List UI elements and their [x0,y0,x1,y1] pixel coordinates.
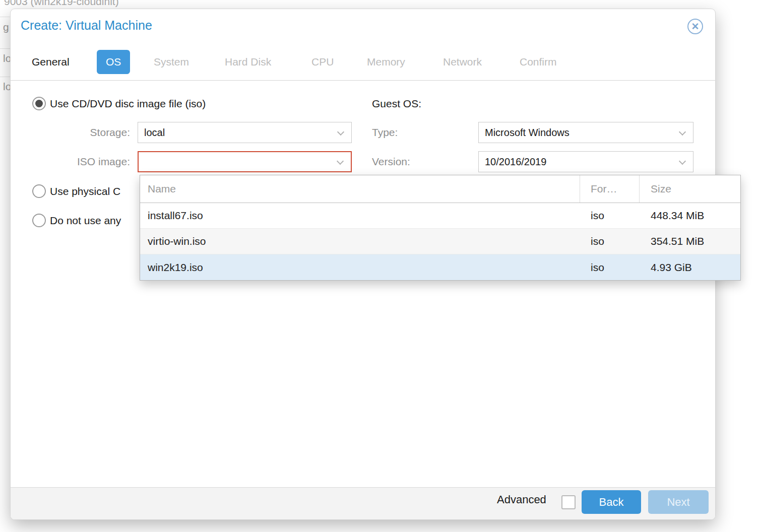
radio-use-iso-label: Use CD/DVD disc image file (iso) [50,98,206,110]
close-icon[interactable]: ✕ [687,19,703,34]
iso-dropdown-panel: Name For… Size install67.iso iso 448.34 … [140,175,741,281]
tab-cpu: CPU [311,51,334,73]
tab-system: System [154,51,189,73]
screen: 9003 (win2k19-cloudinit) g lo lo Create:… [0,0,759,532]
iso-image-combobox[interactable] [138,151,352,172]
iso-dropdown-body: install67.iso iso 448.34 MiB virtio-win.… [140,203,740,280]
guest-version-value: 10/2016/2019 [485,156,546,167]
close-x-glyph: ✕ [691,22,700,31]
guest-type-value: Microsoft Windows [485,127,570,138]
guest-type-combobox[interactable]: Microsoft Windows [478,122,693,143]
dialog-footer: Advanced Back Next [11,487,715,519]
tab-network: Network [443,51,482,73]
tab-os[interactable]: OS [97,50,130,74]
chevron-down-icon [337,128,344,136]
type-label: Type: [372,126,432,139]
iso-format: iso [580,261,640,274]
iso-format: iso [580,235,640,247]
iso-size: 354.51 MiB [640,235,740,247]
chevron-down-icon [679,158,686,165]
column-header-format[interactable]: For… [580,175,640,203]
tab-memory: Memory [367,51,405,73]
column-header-size[interactable]: Size [640,175,740,203]
iso-row-virtio-win[interactable]: virtio-win.iso iso 354.51 MiB [140,229,740,254]
iso-name: install67.iso [140,210,580,222]
iso-name: win2k19.iso [140,261,580,274]
guest-version-combobox[interactable]: 10/2016/2019 [478,151,693,172]
iso-dropdown-header: Name For… Size [140,175,740,203]
chevron-down-icon [679,128,686,136]
radio-use-physical-label: Use physical C [50,185,120,197]
iso-format: iso [580,210,640,222]
iso-row-install67[interactable]: install67.iso iso 448.34 MiB [140,203,740,229]
tab-hard-disk: Hard Disk [225,51,271,73]
advanced-label: Advanced [497,493,546,506]
dialog-title: Create: Virtual Machine [21,18,152,33]
storage-value: local [144,127,165,138]
iso-size: 448.34 MiB [640,210,740,222]
radio-unselected-icon [32,214,46,227]
iso-image-label: ISO image: [21,156,130,168]
storage-label: Storage: [21,126,130,139]
radio-use-physical[interactable]: Use physical C [32,184,120,198]
radio-dot [35,100,43,107]
iso-row-win2k19[interactable]: win2k19.iso iso 4.93 GiB [140,254,740,280]
radio-unselected-icon [32,184,46,198]
advanced-checkbox[interactable] [561,495,576,509]
guest-os-heading: Guest OS: [372,98,421,110]
tab-confirm: Confirm [520,51,557,73]
tabbar-divider [11,80,715,81]
radio-no-media-label: Do not use any [50,215,121,227]
chevron-down-icon [337,158,344,165]
column-header-name[interactable]: Name [140,175,580,203]
radio-no-media[interactable]: Do not use any [32,214,121,227]
radio-use-iso[interactable]: Use CD/DVD disc image file (iso) [32,97,206,110]
storage-combobox[interactable]: local [138,122,352,143]
next-button[interactable]: Next [648,490,709,514]
iso-name: virtio-win.iso [140,235,580,247]
iso-size: 4.93 GiB [640,261,740,274]
background-fragment: g [3,21,9,33]
background-tree-item: 9003 (win2k19-cloudinit) [4,0,119,8]
version-label: Version: [372,156,432,168]
radio-selected-icon [32,97,46,110]
back-button[interactable]: Back [582,490,641,514]
tab-general[interactable]: General [32,51,70,73]
